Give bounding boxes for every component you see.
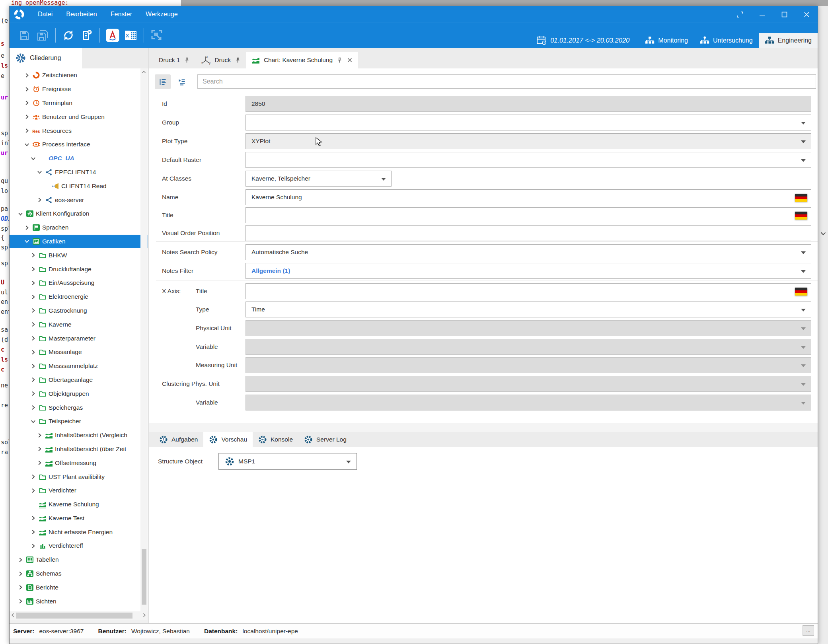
tree-item-teilspeicher[interactable]: Teilspeicher — [10, 414, 148, 428]
chevron-right-icon[interactable] — [30, 266, 37, 272]
chevron-right-icon[interactable] — [30, 321, 37, 328]
scrollbar-thumb[interactable] — [142, 549, 146, 605]
tree-item-opc-ua[interactable]: OPC_UA — [10, 152, 148, 165]
measuring-unit-select[interactable] — [245, 357, 811, 373]
status-more-button[interactable]: ... — [803, 625, 814, 636]
tree-item-masterparameter[interactable]: Masterparameter — [10, 331, 148, 345]
tree-item-grafiken[interactable]: Grafiken — [10, 235, 148, 249]
chevron-right-icon[interactable] — [37, 432, 44, 438]
refresh-button[interactable] — [59, 26, 78, 45]
title-input[interactable] — [245, 283, 811, 299]
chevron-right-icon[interactable] — [37, 446, 44, 452]
chevron-down-icon[interactable] — [24, 141, 31, 148]
chevron-right-icon[interactable] — [30, 252, 37, 259]
tree-item-zeitschienen[interactable]: Zeitschienen — [10, 68, 148, 82]
tree-item-process-interface[interactable]: Process Interface — [10, 138, 148, 152]
chevron-right-icon[interactable] — [30, 543, 37, 549]
at-classes-select[interactable]: Kaverne, Teilspeicher — [245, 171, 392, 187]
window-close-button[interactable] — [795, 6, 818, 23]
tab-chart-kaverne-schulung[interactable]: Chart: Kaverne Schulung — [246, 52, 358, 68]
default-raster-select[interactable] — [245, 152, 811, 168]
tree-item-speichergas[interactable]: Speichergas — [10, 401, 148, 414]
tree-item-obertageanlage[interactable]: Obertageanlage — [10, 373, 148, 387]
tree-item-messanlage[interactable]: Messanlage — [10, 345, 148, 359]
export-pdf-button[interactable] — [103, 26, 122, 45]
pin-icon[interactable] — [183, 57, 190, 64]
tree-item-verdichter[interactable]: Verdichter — [10, 484, 148, 498]
chevron-right-icon[interactable] — [30, 377, 37, 383]
structure-object-select[interactable]: MSP1 — [218, 453, 357, 470]
window-restore-button[interactable] — [729, 6, 751, 23]
chevron-right-icon[interactable] — [30, 391, 37, 397]
window-maximize-button[interactable] — [773, 6, 795, 23]
tree-item-schemas[interactable]: Schemas — [10, 567, 148, 581]
export-excel-button[interactable]: X — [122, 26, 140, 45]
tree-item-berichte[interactable]: Berichte — [10, 580, 148, 594]
chevron-right-icon[interactable] — [30, 405, 37, 411]
snapshot-button[interactable] — [148, 26, 166, 45]
tree-item-druckluftanlage[interactable]: Druckluftanlage — [10, 262, 148, 276]
tree-item-resources[interactable]: ResResources — [10, 124, 148, 138]
tree-item-client14-read[interactable]: CLIENT14 Read — [10, 179, 148, 193]
search-input[interactable] — [197, 74, 816, 89]
chevron-right-icon[interactable] — [30, 307, 37, 314]
plot-type-select[interactable]: XYPlot — [245, 133, 811, 149]
chevron-right-icon[interactable] — [30, 487, 37, 494]
tree-item-benutzer-und-gruppen[interactable]: Benutzer und Gruppen — [10, 110, 148, 124]
chevron-right-icon[interactable] — [30, 529, 37, 535]
chevron-right-icon[interactable] — [24, 86, 31, 92]
chevron-right-icon[interactable] — [24, 224, 31, 231]
scroll-right-icon[interactable] — [142, 612, 147, 619]
notes-search-policy-select[interactable]: Automatische Suche — [245, 244, 811, 260]
mode-engineering[interactable]: Engineering — [759, 33, 818, 48]
chevron-right-icon[interactable] — [37, 197, 44, 203]
chevron-down-icon[interactable] — [30, 155, 37, 161]
chevron-right-icon[interactable] — [30, 280, 37, 286]
chevron-right-icon[interactable] — [18, 598, 25, 605]
scroll-up-icon[interactable] — [141, 69, 146, 76]
tree-item-terminplan[interactable]: Terminplan — [10, 96, 148, 110]
scroll-left-icon[interactable] — [10, 612, 16, 619]
menu-fenster[interactable]: Fenster — [104, 11, 139, 18]
tree-item-elektroenergie[interactable]: Elektroenergie — [10, 290, 148, 304]
chevron-right-icon[interactable] — [24, 72, 31, 78]
tree-item-kaverne[interactable]: Kaverne — [10, 317, 148, 331]
tree-item-ereignisse[interactable]: Ereignisse — [10, 82, 148, 96]
tree-item-gastrocknung[interactable]: Gastrocknung — [10, 304, 148, 318]
variable-select[interactable] — [245, 339, 811, 355]
menu-datei[interactable]: Datei — [31, 11, 59, 18]
tree-item-offsetmessung[interactable]: Offsetmessung — [10, 456, 148, 470]
chevron-right-icon[interactable] — [30, 294, 37, 300]
title-input[interactable] — [245, 207, 811, 223]
tree-item-inhalts-bersicht-vergleich[interactable]: Inhaltsübersicht (Vergleich — [10, 428, 148, 442]
sidebar-horizontal-scrollbar[interactable] — [10, 611, 148, 620]
tree-item-sprachen[interactable]: Sprachen — [10, 221, 148, 235]
tab-druck[interactable]: zxyDruck — [195, 52, 246, 68]
clustering-phys-unit-select[interactable] — [245, 376, 811, 392]
date-range-picker[interactable]: 01.01.2017 <-> 20.03.2020 — [536, 33, 629, 48]
tab-druck-1[interactable]: Druck 1 — [154, 52, 195, 68]
chevron-down-icon[interactable] — [820, 231, 826, 238]
chevron-right-icon[interactable] — [18, 556, 25, 563]
save-button[interactable] — [15, 26, 33, 45]
notes-filter-select[interactable]: Allgemein (1) — [245, 263, 811, 279]
mode-monitoring[interactable]: Monitoring — [639, 33, 694, 48]
chevron-right-icon[interactable] — [30, 474, 37, 480]
chevron-right-icon[interactable] — [24, 128, 31, 134]
sidebar-vertical-scrollbar[interactable] — [140, 68, 148, 611]
tree-item-kaverne-test[interactable]: Kaverne Test — [10, 512, 148, 525]
tree-item-nicht-erfasste-energien[interactable]: Nicht erfasste Energien — [10, 525, 148, 539]
variable-select[interactable] — [245, 395, 811, 411]
pin-icon[interactable] — [234, 57, 241, 64]
tree-item-klient-konfiguration[interactable]: Klient Konfiguration — [10, 207, 148, 221]
scrollbar-thumb[interactable] — [16, 613, 132, 619]
chevron-right-icon[interactable] — [30, 349, 37, 355]
mode-untersuchung[interactable]: Untersuchung — [694, 33, 759, 48]
tree-item-objektgruppen[interactable]: Objektgruppen — [10, 387, 148, 401]
tree-item-ust-plant-availibility[interactable]: UST Plant availibility — [10, 470, 148, 484]
tree-item-messsammelplatz[interactable]: Messsammelplatz — [10, 359, 148, 373]
tree-item-epeclient14[interactable]: EPECLIENT14 — [10, 165, 148, 179]
window-minimize-button[interactable] — [751, 6, 773, 23]
sidebar-header[interactable]: Gliederung — [10, 48, 82, 68]
tree-item-eos-server[interactable]: eos-server — [10, 193, 148, 207]
